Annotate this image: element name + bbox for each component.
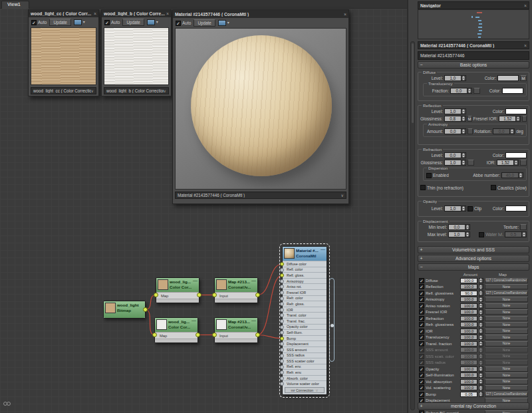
node-header[interactable]: wood_lig... Color Cor... — [156,278,199,292]
auto-checkbox[interactable]: ✓Auto [176,21,191,26]
tab-view1[interactable]: View1 [1,1,29,9]
node-header[interactable]: wood_lig... Color Cor... — [155,318,198,332]
material-slot[interactable]: Transl. color [283,312,327,318]
map-slot-button[interactable]: None [485,360,528,365]
map-slot-button[interactable]: None [485,347,528,352]
close-icon[interactable]: × [94,11,96,16]
spinner-arrows[interactable] [479,347,483,352]
map-amount-field[interactable]: 100,0 [460,329,477,334]
spinner-arrows[interactable] [479,278,483,283]
reflection-level-spinner[interactable]: 1,0 [444,108,466,114]
connected-input-socket[interactable] [280,262,284,266]
map-amount-field[interactable]: 100,0 [460,335,477,340]
expand-plus-icon[interactable]: + [418,404,424,408]
node-corona-material[interactable]: Material #... CoronaMtl — Diffuse colorR… [282,246,327,395]
map-enable-checkbox[interactable]: ✓ [419,360,424,365]
material-slot[interactable]: Opacity color [283,324,327,330]
fresnel-ior-spinner[interactable]: 1,52 [499,116,521,122]
material-slot[interactable]: Refl. env. [283,364,327,370]
map-enable-checkbox[interactable]: ✓ [419,297,424,302]
map-enable-checkbox[interactable]: ✓ [419,335,424,340]
output-socket[interactable] [197,293,201,297]
enabled-checkbox[interactable]: Enabled [426,173,449,178]
map-enable-checkbox[interactable]: ✓ [419,329,424,334]
node-header[interactable]: Map #213... CoronaUv... — [215,278,257,292]
expand-plus-icon[interactable]: + [418,247,424,252]
ior-map-button[interactable] [520,160,527,166]
input-socket[interactable] [280,382,284,386]
material-titlebar[interactable]: Material #2143577446 ( CoronaMtl ) × [418,41,529,49]
input-socket[interactable] [280,348,284,352]
input-socket[interactable] [280,279,284,283]
map-enable-checkbox[interactable]: ✓ [419,341,424,346]
map-slot-button[interactable]: None [485,410,528,413]
input-socket[interactable] [280,285,284,289]
material-slot[interactable]: Absorb. color [283,375,327,381]
refraction-level-spinner[interactable]: 0,0 [444,152,466,158]
material-slot[interactable]: SSS radius [283,352,327,358]
map-enable-checkbox[interactable]: ✓ [419,410,424,413]
material-name-field[interactable]: Material #2143577446 [418,51,529,60]
map-amount-field[interactable]: 100,0 [460,347,477,352]
abbe-spinner[interactable]: 40,0 [501,172,523,178]
spinner-arrows[interactable] [479,354,483,359]
material-slot[interactable]: Aniso rot. [283,283,327,289]
material-slot[interactable]: Displacement [283,341,327,346]
map-enable-checkbox[interactable]: ✓ [419,303,424,309]
material-slot[interactable]: SSS scatter color [283,358,327,364]
spinner-arrows[interactable] [479,385,483,390]
window-titlebar[interactable]: wood_light_b ( Color Corre... × [102,10,171,17]
map-slot-button[interactable]: None [485,309,528,315]
map-enable-checkbox[interactable]: ✓ [419,385,424,390]
collapse-icon[interactable]: — [251,278,256,283]
collapse-icon[interactable]: — [251,318,256,323]
rotation-spinner[interactable]: 0,0 [493,128,515,134]
input-socket[interactable] [280,302,284,306]
input-socket[interactable] [212,293,217,297]
diffuse-color-swatch[interactable] [497,75,519,81]
map-enable-checkbox[interactable]: ✓ [419,354,424,359]
aniso-map-button[interactable] [467,128,473,134]
material-slot[interactable]: Refr. gloss. [283,301,327,307]
diffuse-color-map-button[interactable]: M [520,75,527,81]
caustics-checkbox[interactable]: Caustics (slow) [491,185,527,190]
spinner-arrows[interactable] [479,284,483,289]
auto-checkbox[interactable]: ✓Auto [31,20,47,25]
connected-input-socket[interactable] [280,273,284,277]
glossiness-map-button[interactable]: M [467,116,472,122]
map-slot-button[interactable]: None [485,366,528,372]
map-enable-checkbox[interactable]: ✓ [419,284,424,289]
refr-gloss-map-button[interactable] [467,160,474,166]
material-slot[interactable]: Volume scatter color [283,380,327,386]
refraction-color-swatch[interactable] [505,152,527,158]
map-slot-button[interactable]: None [485,372,528,378]
map-amount-field[interactable]: 100,0 [460,297,477,302]
glossiness-spinner[interactable]: 0,8 [444,116,466,122]
node-graph-canvas[interactable]: wood_light Bitmap wood_lig... Color Cor.… [0,9,408,413]
input-socket[interactable] [280,370,284,374]
map-amount-field[interactable]: 0,05 [460,392,477,397]
map-amount-field[interactable]: 100,0 [460,322,477,327]
navigator-titlebar[interactable]: Navigator × [418,1,529,9]
map-slot-button[interactable]: None [485,322,528,327]
close-icon[interactable]: × [524,43,527,48]
map-slot-button[interactable]: None [485,385,528,390]
panel-scrollbar[interactable] [410,41,415,410]
material-slot[interactable]: Self-Illum. [283,329,327,335]
node-bitmap-header[interactable]: wood_light Bitmap [104,301,145,318]
node-scroll-strip[interactable] [329,278,334,362]
texture-dropdown[interactable]: wood_light_cc ( Color Correction ∨ [31,87,96,94]
map-amount-field[interactable]: 100,0 [460,354,477,359]
connected-input-socket[interactable] [280,337,284,341]
map-enable-checkbox[interactable]: ✓ [419,392,424,397]
input-socket[interactable] [212,333,217,337]
close-icon[interactable]: × [166,11,169,16]
spinner-arrows[interactable] [479,329,483,334]
fresnel-map-button[interactable] [522,116,527,122]
material-slot[interactable]: SSS amount [283,346,327,352]
preview-window-material[interactable]: Material #2143577446 ( CoronaMtl ) × ✓Au… [172,9,349,204]
material-slot[interactable]: Bump [283,335,327,341]
input-socket[interactable] [280,325,284,329]
collapse-minus-icon[interactable]: − [418,265,424,269]
material-slot[interactable]: Anisotropy [283,278,327,284]
